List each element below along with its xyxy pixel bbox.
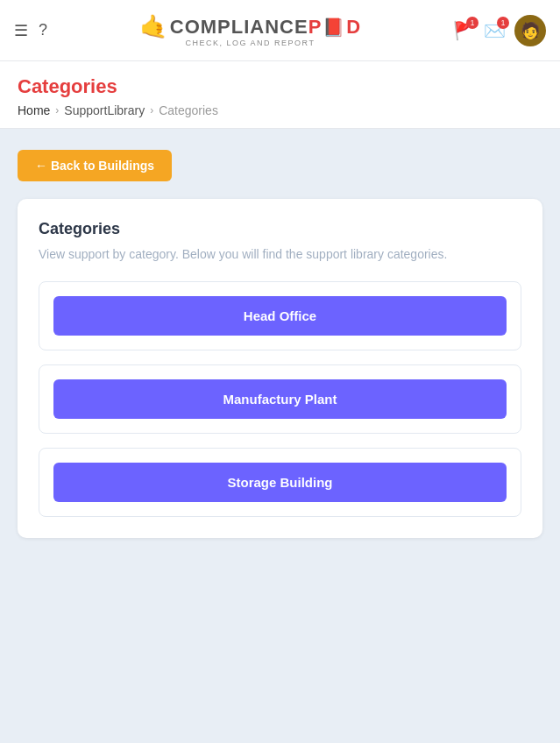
storage-building-button[interactable]: Storage Building: [53, 463, 507, 502]
manufactury-plant-button[interactable]: Manufactury Plant: [53, 379, 507, 419]
back-to-buildings-button[interactable]: ← Back to Buildings: [18, 150, 172, 181]
head-office-button[interactable]: Head Office: [53, 296, 507, 336]
breadcrumb-sep-1: ›: [55, 104, 59, 117]
app-header: ☰ ? 🤙 COMPLIANCE P 📕 D CHECK, LOG AND RE…: [0, 0, 560, 61]
header-right: 🚩 1 ✉️ 1 🧑: [453, 15, 546, 46]
logo-p: P: [308, 16, 323, 39]
category-item-manufactury-plant: Manufactury Plant: [39, 364, 521, 434]
categories-card-description: View support by category. Below you will…: [39, 245, 521, 264]
content-area: ← Back to Buildings Categories View supp…: [0, 129, 560, 743]
categories-card-title: Categories: [39, 220, 521, 238]
categories-card: Categories View support by category. Bel…: [18, 199, 542, 538]
logo-compliance-text: COMPLIANCE: [170, 16, 308, 39]
header-left: ☰ ?: [14, 21, 47, 40]
avatar[interactable]: 🧑: [514, 15, 546, 46]
page-title: Categories: [18, 75, 542, 98]
breadcrumb: Home › SupportLibrary › Categories: [18, 103, 542, 117]
logo-text: 🤙 COMPLIANCE P 📕 D: [139, 13, 361, 40]
avatar-image: 🧑: [521, 21, 540, 40]
logo-tagline: CHECK, LOG AND REPORT: [186, 39, 315, 47]
logo-book-icon: 📕: [323, 17, 345, 38]
hamburger-icon[interactable]: ☰: [14, 21, 28, 40]
flag-badge: 1: [466, 17, 478, 29]
breadcrumb-home[interactable]: Home: [18, 103, 50, 117]
mail-badge: 1: [497, 17, 509, 29]
logo-hand-icon: 🤙: [139, 13, 168, 40]
page-header: Categories Home › SupportLibrary › Categ…: [0, 61, 560, 129]
help-icon[interactable]: ?: [39, 21, 47, 39]
logo-d: D: [346, 16, 361, 39]
category-item-storage-building: Storage Building: [39, 448, 521, 517]
breadcrumb-sep-2: ›: [150, 104, 153, 117]
logo: 🤙 COMPLIANCE P 📕 D CHECK, LOG AND REPORT: [139, 13, 361, 47]
mail-button[interactable]: ✉️ 1: [484, 20, 506, 41]
breadcrumb-support-library[interactable]: SupportLibrary: [64, 103, 145, 117]
breadcrumb-current: Categories: [159, 103, 218, 117]
flag-button[interactable]: 🚩 1: [453, 20, 475, 41]
category-item-head-office: Head Office: [39, 281, 521, 350]
